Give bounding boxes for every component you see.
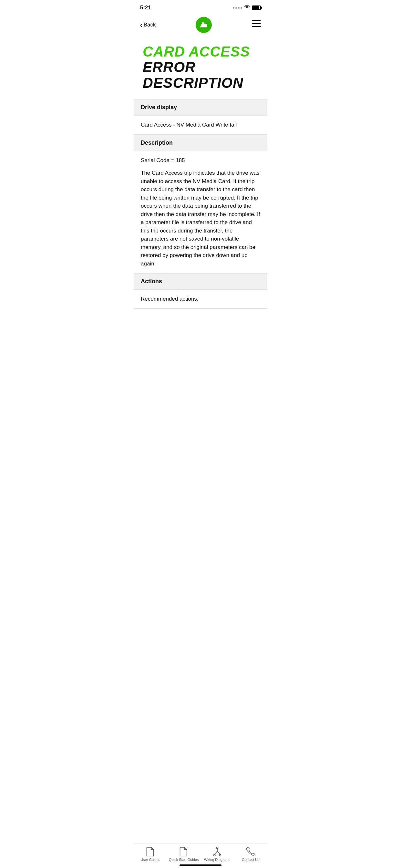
- menu-button[interactable]: [252, 20, 261, 29]
- app-logo: [196, 17, 212, 33]
- drive-display-content: Card Access - NV Media Card Write fail: [134, 116, 267, 135]
- nav-bar: ‹ Back: [134, 13, 267, 37]
- drive-display-label: Drive display: [141, 104, 177, 111]
- description-text: Serial Code = 185 The Card Access trip i…: [141, 156, 260, 268]
- actions-label: Actions: [141, 278, 162, 284]
- actions-content: Recommended actions:: [134, 290, 267, 309]
- status-time: 5:21: [140, 4, 151, 11]
- status-bar: 5:21: [134, 0, 267, 13]
- status-icons: [233, 5, 261, 10]
- drive-display-value: Card Access - NV Media Card Write fail: [141, 122, 237, 128]
- page-header: CARD ACCESS ERROR DESCRIPTION: [134, 37, 267, 94]
- back-label: Back: [144, 22, 156, 28]
- svg-rect-3: [252, 26, 261, 27]
- drive-display-header: Drive display: [134, 99, 267, 116]
- description-body: The Card Access trip indicates that the …: [141, 169, 260, 268]
- signal-dots: [233, 7, 242, 9]
- title-error-description: ERROR DESCRIPTION: [143, 59, 258, 91]
- svg-rect-1: [252, 20, 261, 21]
- back-chevron-icon: ‹: [140, 22, 143, 28]
- recommended-actions-text: Recommended actions:: [141, 296, 198, 302]
- title-card-access: CARD ACCESS: [143, 44, 258, 59]
- description-label: Description: [141, 140, 173, 146]
- wifi-icon: [244, 5, 250, 10]
- svg-rect-2: [252, 23, 261, 24]
- actions-header: Actions: [134, 273, 267, 290]
- description-header: Description: [134, 135, 267, 151]
- battery-icon: [252, 5, 261, 10]
- description-content: Serial Code = 185 The Card Access trip i…: [134, 151, 267, 274]
- content-area: Drive display Card Access - NV Media Car…: [134, 94, 267, 341]
- serial-code: Serial Code = 185: [141, 156, 260, 165]
- back-button[interactable]: ‹ Back: [140, 22, 156, 28]
